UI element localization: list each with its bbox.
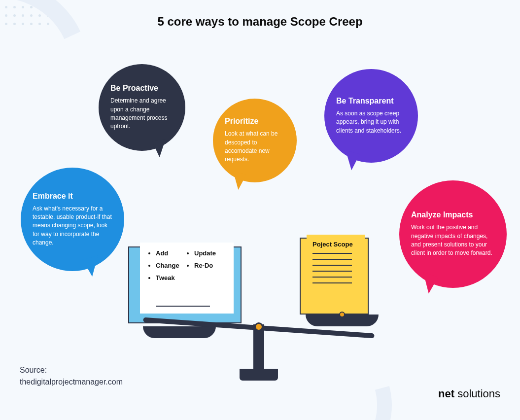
list-item: Tweak [156,274,187,281]
scale-pivot-icon [254,322,263,331]
speech-tail-icon [83,256,103,278]
brand-part-bold: net [438,387,457,400]
bubble-analyze-impacts: Analyze Impacts Work out the positive an… [399,180,507,288]
bubble-title: Embrace it [33,192,112,201]
list-item: Add [156,249,187,257]
bubble-title: Analyze Impacts [411,210,495,219]
source-value: thedigitalprojectmanager.com [20,378,123,386]
scale-card-changes: Add Change Tweak Update Re-Do [128,246,242,323]
bubble-be-proactive: Be Proactive Determine and agree upon a … [99,64,185,151]
bubble-be-transparent: Be Transparent As soon as scope creep ap… [324,69,418,163]
speech-tail-icon [341,150,360,172]
source-label: Source: [20,366,123,375]
underline-icon [156,306,210,307]
speech-tail-icon [417,272,438,295]
balance-scale-illustration: Add Change Tweak Update Re-Do Poject Sco… [128,251,389,389]
brand-part-light: solutions [457,387,500,400]
card-title: Poject Scope [312,241,359,248]
bubble-title: Prioritize [225,117,285,126]
scale-pan-left-icon [143,326,216,338]
speech-tail-icon [152,139,169,158]
bubble-prioritize: Prioritize Look at what can be descoped … [213,99,297,182]
bubble-title: Be Proactive [110,84,173,93]
changes-list: Add Change Tweak Update Re-Do [148,249,226,281]
list-item: Change [156,262,187,269]
bubble-description: Look at what can be descoped to accomoda… [225,130,285,164]
bubble-description: Ask what's necessary for a testable, usa… [33,205,112,247]
bubble-description: Work out the positive and negative impac… [411,223,495,258]
list-item: Update [194,249,226,257]
bubble-description: As soon as scope creep appears, bring it… [336,109,406,135]
bubble-embrace-it: Embrace it Ask what's necessary for a te… [21,168,124,271]
brand-logo: net solutions [438,387,500,400]
bubble-description: Determine and agree upon a change manage… [110,97,173,131]
speech-tail-icon [229,171,246,191]
scale-hanger-icon [339,312,345,317]
page-title: 5 core ways to manage Scope Creep [0,15,520,29]
list-item: Re-Do [194,262,226,269]
source-attribution: Source: thedigitalprojectmanager.com [20,366,123,386]
scale-card-project-scope: Poject Scope [300,238,369,315]
document-lines-icon [312,253,359,283]
scale-pillar-icon [253,324,264,374]
bubble-title: Be Transparent [336,97,406,105]
